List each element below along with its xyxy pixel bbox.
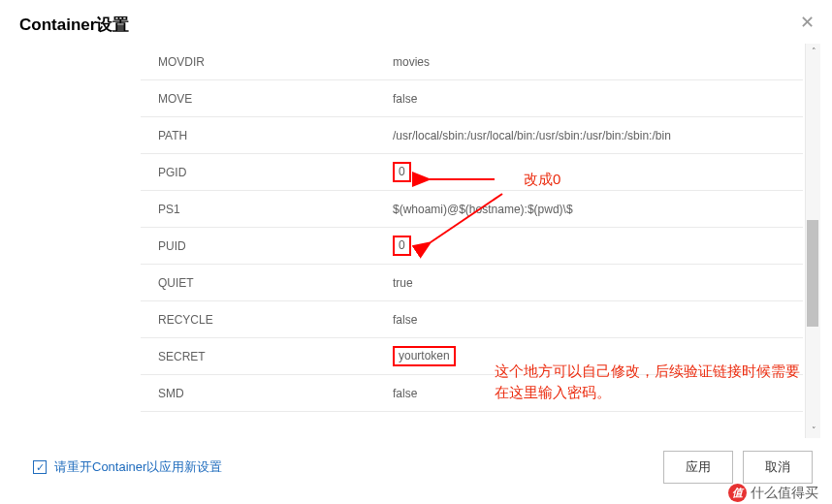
restart-checkbox[interactable]: ✓ 请重开Container以应用新设置	[33, 458, 222, 476]
env-key: PATH	[141, 129, 393, 142]
env-value: $(whoami)@$(hostname):$(pwd)\$	[393, 203, 803, 216]
watermark-logo-icon: 值	[728, 484, 747, 502]
env-value: /usr/local/sbin:/usr/local/bin:/usr/sbin…	[393, 129, 803, 142]
env-key: RECYCLE	[141, 313, 393, 327]
table-row[interactable]: SMD false	[141, 375, 803, 412]
table-row[interactable]: PGID 0	[141, 154, 803, 191]
env-value: 0	[393, 162, 803, 183]
scrollbar[interactable]: ˄ ˅	[805, 44, 820, 438]
close-icon[interactable]: ✕	[800, 14, 815, 31]
table-row[interactable]: MOVE false	[141, 80, 803, 117]
env-key: PS1	[141, 203, 393, 216]
scroll-down-icon[interactable]: ˅	[806, 423, 820, 438]
env-key: PGID	[141, 166, 393, 179]
dialog-title: Container设置	[19, 16, 129, 34]
checkbox-icon[interactable]: ✓	[33, 460, 47, 474]
table-row[interactable]: PS1 $(whoami)@$(hostname):$(pwd)\$	[141, 191, 803, 228]
env-value: yourtoken	[393, 346, 803, 367]
env-key: SECRET	[141, 350, 393, 363]
scrollbar-thumb[interactable]	[807, 220, 818, 327]
env-value: false	[393, 313, 803, 327]
watermark-text: 什么值得买	[751, 485, 818, 502]
env-value: 0	[393, 236, 803, 257]
env-key: MOVDIR	[141, 55, 393, 69]
env-var-panel: MOVDIR movies MOVE false PATH /usr/local…	[141, 44, 820, 438]
env-key: QUIET	[141, 276, 393, 290]
highlighted-value: yourtoken	[393, 346, 456, 367]
scroll-up-icon[interactable]: ˄	[806, 44, 820, 59]
watermark: 值 什么值得买	[728, 484, 818, 502]
env-value: false	[393, 387, 803, 400]
env-value: true	[393, 276, 803, 290]
table-row[interactable]: QUIET true	[141, 265, 803, 301]
restart-checkbox-label: 请重开Container以应用新设置	[54, 458, 222, 476]
table-row[interactable]: MOVDIR movies	[141, 44, 803, 80]
env-var-table: MOVDIR movies MOVE false PATH /usr/local…	[141, 44, 803, 412]
env-key: SMD	[141, 387, 393, 400]
env-key: MOVE	[141, 92, 393, 106]
apply-button[interactable]: 应用	[663, 451, 733, 484]
env-value: movies	[393, 55, 803, 69]
env-key: PUID	[141, 239, 393, 253]
highlighted-value: 0	[393, 162, 411, 183]
env-value: false	[393, 92, 803, 106]
table-row[interactable]: SECRET yourtoken	[141, 338, 803, 375]
table-row[interactable]: PATH /usr/local/sbin:/usr/local/bin:/usr…	[141, 117, 803, 154]
table-row[interactable]: RECYCLE false	[141, 301, 803, 338]
dialog-footer: ✓ 请重开Container以应用新设置 应用 取消	[0, 448, 832, 487]
highlighted-value: 0	[393, 236, 411, 257]
table-row[interactable]: PUID 0	[141, 228, 803, 265]
cancel-button[interactable]: 取消	[743, 451, 813, 484]
